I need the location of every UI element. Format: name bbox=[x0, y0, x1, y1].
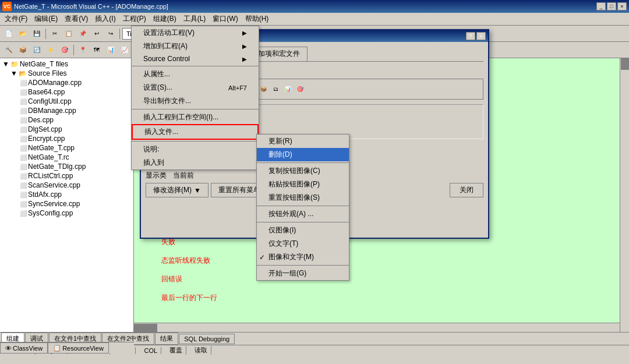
file-sync[interactable]: ⬜ SyncService.cpp bbox=[1, 199, 132, 208]
filename11: RCListCtrl.cpp bbox=[28, 172, 73, 180]
paste-btn[interactable]: 📌 bbox=[76, 27, 89, 40]
sub-text-only[interactable]: 仅文字(T) bbox=[257, 237, 349, 250]
menu-insert[interactable]: 插入(I) bbox=[91, 13, 119, 25]
file-stdafx[interactable]: ⬜ StdAfx.cpp bbox=[1, 190, 132, 199]
menu-add-to-project[interactable]: 增加到工程(A) ▶ bbox=[132, 40, 259, 53]
expand-icon: ▼ bbox=[2, 60, 9, 68]
new-btn[interactable]: 📄 bbox=[2, 27, 15, 40]
file-configutil[interactable]: ⬜ ConfigUtil.cpp bbox=[1, 97, 132, 106]
sub-delete[interactable]: 删除(D) bbox=[257, 148, 349, 161]
maximize-button[interactable]: □ bbox=[607, 2, 616, 10]
check-icon: ✓ bbox=[259, 253, 265, 261]
modify-selection-btn[interactable]: 修改选择(M) ▼ bbox=[146, 183, 209, 197]
filename6: DlgSet.cpp bbox=[28, 125, 62, 133]
vertical-scrollbar[interactable] bbox=[620, 58, 629, 332]
hscroll-thumb[interactable] bbox=[134, 324, 157, 332]
menu-window[interactable]: 窗口(W) bbox=[209, 13, 241, 25]
file-encrypt[interactable]: ⬜ Encrypt.cpp bbox=[1, 134, 132, 143]
prev-btn10[interactable]: 📦 bbox=[257, 83, 269, 95]
cut-btn[interactable]: ✂ bbox=[48, 27, 61, 40]
cpp-icon8: ⬜ bbox=[20, 145, 27, 151]
t2-btn2[interactable]: 📦 bbox=[16, 44, 29, 56]
file-des[interactable]: ⬜ Des.cpp bbox=[1, 115, 132, 125]
tab-classview[interactable]: 👁 ClassView bbox=[0, 342, 48, 354]
file-syscfg[interactable]: ⬜ SysConfig.cpp bbox=[1, 208, 132, 218]
file-scan[interactable]: ⬜ ScanService.cpp bbox=[1, 181, 132, 190]
menu-tools[interactable]: 工具(L) bbox=[180, 13, 210, 25]
title-bar-controls[interactable]: _ □ × bbox=[596, 2, 627, 10]
t2-btn3[interactable]: 🔃 bbox=[30, 44, 43, 56]
tab-result[interactable]: 结果 bbox=[155, 333, 178, 345]
menu-insert-file[interactable]: 插入文件... bbox=[132, 124, 259, 140]
cpp-icon4: ⬜ bbox=[20, 108, 27, 114]
sub-sep1 bbox=[257, 162, 349, 163]
cpp-icon14: ⬜ bbox=[20, 210, 27, 217]
open-btn[interactable]: 📂 bbox=[16, 27, 29, 40]
menu-build[interactable]: 组建(B) bbox=[150, 13, 180, 25]
status-col: COL bbox=[140, 347, 161, 354]
menu-project[interactable]: 工程(P) bbox=[119, 13, 150, 25]
cpp-icon10: ⬜ bbox=[20, 173, 27, 179]
modal-close-x-btn[interactable]: × bbox=[476, 32, 486, 40]
sub-update[interactable]: 更新(R) bbox=[257, 135, 349, 148]
scroll-thumb[interactable] bbox=[621, 58, 629, 70]
menu-help[interactable]: 帮助(H) bbox=[242, 13, 273, 25]
menu-settings[interactable]: 设置(S)... Alt+F7 bbox=[132, 81, 259, 94]
sub-image-only[interactable]: 仅图像(I) bbox=[257, 224, 349, 237]
file-netgate-dlg[interactable]: ⬜ NetGate_TDlg.cpp bbox=[1, 162, 132, 171]
horizontal-scrollbar[interactable] bbox=[134, 323, 620, 332]
redo-btn[interactable]: ↪ bbox=[104, 27, 117, 40]
t2-btn4[interactable]: ⚡ bbox=[44, 44, 57, 56]
tab-sql[interactable]: SQL Debugging bbox=[179, 334, 235, 344]
menu-set-active[interactable]: 设置活动工程(V) ▶ bbox=[132, 26, 259, 40]
t2-btn5[interactable]: 🎯 bbox=[58, 44, 71, 56]
undo-btn[interactable]: ↩ bbox=[90, 27, 103, 40]
menu-insert-to: 插入到 bbox=[132, 156, 259, 169]
save-btn[interactable]: 💾 bbox=[30, 27, 43, 40]
modal-close-btn[interactable]: 关闭 bbox=[450, 183, 483, 197]
cpp-icon2: ⬜ bbox=[20, 89, 27, 96]
t2-btn6[interactable]: 📍 bbox=[76, 44, 89, 56]
menu-export-makefile[interactable]: 导出制作文件... bbox=[132, 94, 259, 108]
menu-file[interactable]: 文件(F) bbox=[1, 13, 31, 25]
sub-reset-img[interactable]: 重置按钮图像(S) bbox=[257, 191, 349, 204]
sub-sep2 bbox=[257, 206, 349, 206]
sub-copy-img[interactable]: 复制按钮图像(C) bbox=[257, 164, 349, 178]
tab-resourceview[interactable]: 📋 ResourceView bbox=[48, 342, 109, 354]
file-netgate-cpp[interactable]: ⬜ NetGate_T.cpp bbox=[1, 143, 132, 153]
file-rclistctrl[interactable]: ⬜ RCListCtrl.cpp bbox=[1, 171, 132, 181]
sep4 bbox=[73, 45, 74, 55]
source-files-node[interactable]: ▼ 📂 Source Files bbox=[1, 69, 132, 78]
app-icon: VC bbox=[2, 2, 12, 11]
t2-btn8[interactable]: 📊 bbox=[104, 44, 117, 56]
close-button[interactable]: × bbox=[617, 2, 627, 10]
menu-edit[interactable]: 编辑(E) bbox=[31, 13, 61, 25]
sub-paste-img[interactable]: 粘贴按钮图像(P) bbox=[257, 178, 349, 191]
copy-btn[interactable]: 📋 bbox=[62, 27, 75, 40]
menu-source-control[interactable]: Source Control ▶ bbox=[132, 53, 259, 65]
file-dbmanage[interactable]: ⬜ DBManage.cpp bbox=[1, 106, 132, 115]
source-files-label: Source Files bbox=[28, 69, 67, 77]
prev-btn13[interactable]: 🎯 bbox=[294, 83, 306, 95]
sub-image-text[interactable]: ✓ 图像和文字(M) bbox=[257, 250, 349, 264]
file-dlgset[interactable]: ⬜ DlgSet.cpp bbox=[1, 125, 132, 134]
rc-icon: ⬜ bbox=[20, 154, 27, 161]
minimize-button[interactable]: _ bbox=[596, 2, 606, 10]
menu-insert-project[interactable]: 插入工程到工作空间(I)... bbox=[132, 111, 259, 124]
file-netgate-rc[interactable]: ⬜ NetGate_T.rc bbox=[1, 153, 132, 162]
prev-btn11[interactable]: 🗂 bbox=[270, 83, 281, 95]
prev-btn12[interactable]: 📊 bbox=[282, 83, 294, 95]
root-label: NetGate_T files bbox=[20, 60, 68, 68]
file-base64[interactable]: ⬜ Base64.cpp bbox=[1, 87, 132, 97]
t2-btn9[interactable]: 📈 bbox=[118, 44, 131, 56]
file-adomg[interactable]: ⬜ ADOManage.cpp bbox=[1, 78, 132, 87]
t2-btn7[interactable]: 🗺 bbox=[90, 44, 103, 56]
menu-view[interactable]: 查看(V) bbox=[61, 13, 91, 25]
menu-from-props[interactable]: 从属性... bbox=[132, 68, 259, 81]
sub-start-group[interactable]: 开始一组(G) bbox=[257, 267, 349, 280]
tree-root-item[interactable]: ▼ 📁 NetGate_T files bbox=[1, 59, 132, 69]
modal-help-btn[interactable]: ? bbox=[466, 32, 475, 40]
resourceview-icon: 📋 bbox=[53, 344, 61, 352]
t2-btn1[interactable]: 🔨 bbox=[2, 44, 15, 56]
sub-btn-appearance[interactable]: 按钮外观(A) ... bbox=[257, 207, 349, 221]
